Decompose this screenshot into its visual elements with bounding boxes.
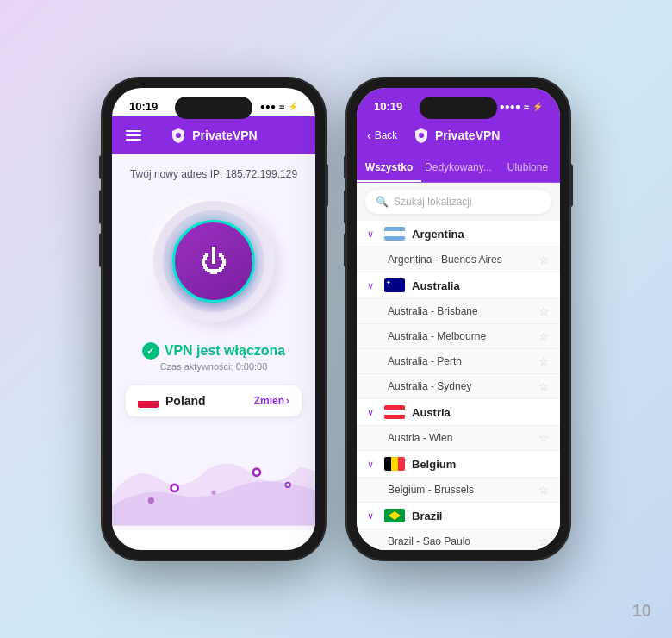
tab-dedicated[interactable]: Dedykowany... [421,154,495,182]
country-name-belgium: Belgium [412,458,456,471]
location-left: Poland [138,394,206,408]
flag-poland [138,394,159,408]
svg-point-7 [148,497,154,504]
city-row-sao-paulo[interactable]: Brazil - Sao Paulo ☆ [357,529,560,550]
star-sydney[interactable]: ☆ [538,379,550,393]
city-label-brisbane: Australia - Brisbane [388,305,478,317]
star-sao-paulo[interactable]: ☆ [538,535,550,548]
change-button[interactable]: Zmień › [254,395,289,407]
app-logo-2: PrivateVPN [413,127,500,144]
app-name-1: PrivateVPN [192,128,257,142]
svg-point-0 [176,133,181,138]
check-icon [142,342,159,360]
svg-point-4 [254,470,258,474]
app-name-2: PrivateVPN [435,128,500,142]
star-buenos-aires[interactable]: ☆ [538,253,550,266]
chevron-australia: ∨ [367,280,377,291]
country-name-brazil: Brazil [412,510,442,522]
star-brussels[interactable]: ☆ [538,483,550,497]
flag-australia: ✦ [384,278,405,292]
tab-favorites[interactable]: Ulubione [495,154,560,182]
country-name-australia: Australia [412,279,460,292]
city-row-brussels[interactable]: Belgium - Brussels ☆ [357,478,560,503]
chevron-austria: ∨ [367,407,377,418]
wifi-icon-1: ≈ [279,102,284,112]
side-button-vol-down [99,233,102,267]
location-name: Poland [165,394,206,408]
battery-icon-2: ⚡ [532,102,543,111]
country-row-australia[interactable]: ∨ ✦ Australia [357,272,560,299]
menu-icon[interactable] [126,130,141,141]
country-row-brazil[interactable]: ∨ Brazil [357,503,560,529]
map-svg [112,427,315,530]
phone-2: 10:19 ●●●● ≈ ⚡ ‹ Back Pri [346,78,570,560]
back-label: Back [375,129,398,141]
country-name-austria: Austria [412,406,451,419]
back-button[interactable]: ‹ Back [367,128,397,142]
svg-point-8 [211,491,215,495]
time-2: 10:19 [374,100,402,113]
city-row-sydney[interactable]: Australia - Sydney ☆ [357,374,560,399]
signal-icon-1: ●●● [260,102,276,111]
search-icon: 🔍 [376,196,389,208]
star-perth[interactable]: ☆ [538,354,550,368]
tab-all-label: Wszystko [365,161,413,173]
vpn-on-label: VPN jest włączona [126,342,302,360]
country-row-belgium[interactable]: ∨ Belgium [357,451,560,478]
vpn-status-text: VPN jest włączona [165,343,286,359]
side-button-mute-2 [344,155,346,179]
chevron-belgium: ∨ [367,459,377,470]
power-outer-ring: ⏻ [153,201,274,322]
side-button-vol-up-2 [344,190,346,224]
flag-belgium [384,457,405,471]
vpn-status: VPN jest włączona Czas aktywności: 0:00:… [112,339,315,385]
city-label-sydney: Australia - Sydney [388,380,471,392]
dynamic-island-2 [420,97,497,119]
city-label-buenos-aires: Argentina - Buenos Aires [388,253,502,266]
shield-icon-1 [170,127,187,144]
search-placeholder: Szukaj lokalizacji [394,196,472,208]
status-icons-2: ●●●● ≈ ⚡ [500,102,543,112]
app-header-1: PrivateVPN [112,116,315,154]
power-button[interactable]: ⏻ [172,220,255,303]
signal-icon-2: ●●●● [500,102,520,111]
tab-favorites-label: Ulubione [507,161,548,173]
ip-address: Twój nowy adres IP: 185.72.199.129 [112,154,315,187]
shield-icon-2 [413,127,430,144]
uptime-label: Czas aktywności: 0:00:08 [126,360,302,382]
tab-all[interactable]: Wszystko [357,154,421,182]
svg-point-2 [172,485,177,490]
change-label: Zmień [254,395,284,407]
city-label-melbourne: Australia - Melbourne [388,330,486,342]
city-label-wien: Austria - Wien [388,432,452,444]
chevron-left-icon: ‹ [367,128,371,142]
star-brisbane[interactable]: ☆ [538,304,550,318]
star-wien[interactable]: ☆ [538,431,550,445]
country-row-argentina[interactable]: ∨ Argentina [357,221,560,247]
app-header-2: ‹ Back PrivateVPN [357,116,560,154]
dynamic-island-1 [175,97,252,119]
svg-point-6 [286,483,289,486]
wifi-icon-2: ≈ [524,102,529,112]
chevron-right-icon: › [286,395,289,407]
city-row-buenos-aires[interactable]: Argentina - Buenos Aires ☆ [357,247,560,272]
power-middle-ring: ⏻ [163,210,264,312]
phone-1: 10:19 ●●● ≈ ⚡ PrivateVPN [102,78,326,560]
location-bar[interactable]: Poland Zmień › [126,385,302,416]
phone2-content: 🔍 Szukaj lokalizacji ∨ Argentina Argenti… [357,183,560,550]
app-logo-1: PrivateVPN [170,127,257,144]
ten-logo: 10 [632,601,651,621]
city-label-brussels: Belgium - Brussels [388,484,474,496]
svg-point-9 [419,133,424,138]
tabs-bar: Wszystko Dedykowany... Ulubione [357,154,560,183]
search-bar[interactable]: 🔍 Szukaj lokalizacji [365,190,551,214]
country-row-austria[interactable]: ∨ Austria [357,399,560,426]
phone-2-screen: 10:19 ●●●● ≈ ⚡ ‹ Back Pri [357,88,560,550]
city-row-wien[interactable]: Austria - Wien ☆ [357,426,560,451]
star-melbourne[interactable]: ☆ [538,329,550,343]
city-row-brisbane[interactable]: Australia - Brisbane ☆ [357,299,560,324]
city-row-perth[interactable]: Australia - Perth ☆ [357,349,560,374]
phone-1-screen: 10:19 ●●● ≈ ⚡ PrivateVPN [112,88,315,550]
flag-austria [384,405,405,419]
city-row-melbourne[interactable]: Australia - Melbourne ☆ [357,324,560,349]
